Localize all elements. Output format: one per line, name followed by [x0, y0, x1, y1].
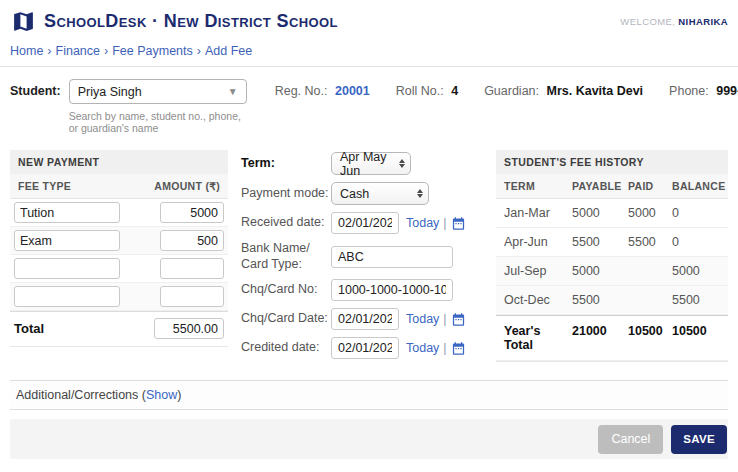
select-stepper-icon: [399, 159, 405, 168]
separator: |: [443, 341, 446, 355]
received-date-label: Received date:: [241, 215, 331, 231]
history-total-balance: 10500: [664, 315, 728, 361]
history-term: Oct-Dec: [496, 286, 564, 315]
history-balance: 0: [664, 199, 728, 228]
guardian-value: Mrs. Kavita Devi: [547, 84, 644, 98]
fee-type-input-2[interactable]: [14, 230, 120, 251]
balance-column-header: BALANCE: [664, 174, 728, 198]
history-term: Jul-Sep: [496, 257, 564, 286]
received-date-input[interactable]: [331, 212, 399, 234]
breadcrumb-separator: ›: [104, 44, 108, 58]
welcome-area: WELCOME, NIHARIKA: [620, 16, 728, 27]
amount-input-1[interactable]: [160, 202, 224, 223]
history-payable: 5500: [564, 286, 620, 315]
reg-no-label: Reg. No.:: [275, 84, 328, 98]
username: NIHARIKA: [678, 16, 728, 27]
bank-name-input[interactable]: [331, 246, 453, 268]
phone-label: Phone:: [669, 84, 709, 98]
student-select-value: Priya Singh: [78, 85, 142, 99]
roll-no-label: Roll No.:: [396, 84, 444, 98]
roll-no-value: 4: [451, 84, 458, 98]
paid-column-header: PAID: [620, 174, 664, 198]
fee-history-column-headers: TERM PAYABLE PAID BALANCE: [496, 174, 728, 199]
student-search-hint: Search by name, student no., phone, or g…: [69, 110, 247, 134]
history-paid: 5000: [620, 199, 664, 228]
amount-input-3[interactable]: [160, 258, 224, 279]
calendar-icon[interactable]: [451, 341, 466, 356]
history-paid: [620, 286, 664, 315]
history-payable: 5000: [564, 257, 620, 286]
page-title: SchoolDesk · New District School: [44, 11, 338, 32]
additional-corrections-label: Additional/Corrections: [16, 388, 138, 402]
history-balance: 5500: [664, 286, 728, 315]
bank-name-label: Bank Name/ Card Type:: [241, 241, 331, 272]
additional-corrections-bar: Additional/Corrections (Show): [10, 380, 728, 410]
bank-name-label-line2: Card Type:: [241, 257, 331, 273]
reg-no-value[interactable]: 20001: [335, 84, 370, 98]
phone-value: 999-999-9999: [716, 84, 738, 98]
breadcrumb-separator: ›: [197, 44, 201, 58]
history-balance: 0: [664, 228, 728, 257]
chq-card-date-today-link[interactable]: Today: [406, 312, 439, 326]
history-balance: 5000: [664, 257, 728, 286]
history-term: Jan-Mar: [496, 199, 564, 228]
fee-history-title: STUDENT'S FEE HISTORY: [496, 150, 728, 174]
fee-type-input-1[interactable]: [14, 202, 120, 223]
schooldesk-logo-map-icon: [10, 9, 37, 34]
save-button[interactable]: SAVE: [671, 425, 727, 454]
chq-card-date-label: Chq/Card Date:: [241, 311, 331, 327]
new-payment-panel: NEW PAYMENT FEE TYPE AMOUNT (₹) Total: [10, 150, 228, 347]
history-total-payable: 21000: [564, 315, 620, 361]
fee-type-input-3[interactable]: [14, 258, 120, 279]
chq-card-no-label: Chq/Card No:: [241, 282, 331, 298]
payment-mode-select[interactable]: Cash: [331, 182, 429, 205]
calendar-icon[interactable]: [451, 312, 466, 327]
breadcrumb-fee-payments[interactable]: Fee Payments: [112, 44, 193, 58]
new-payment-column-headers: FEE TYPE AMOUNT (₹): [10, 174, 228, 199]
fee-type-input-4[interactable]: [14, 286, 120, 307]
amount-column-header: AMOUNT (₹): [154, 180, 220, 192]
fee-history-panel: STUDENT'S FEE HISTORY TERM PAYABLE PAID …: [496, 150, 728, 362]
history-term: Apr-Jun: [496, 228, 564, 257]
credited-date-today-link[interactable]: Today: [406, 341, 439, 355]
chq-card-date-input[interactable]: [331, 308, 399, 330]
payment-mode-label: Payment mode:: [241, 186, 331, 202]
payment-mode-select-value: Cash: [340, 187, 413, 201]
new-payment-title: NEW PAYMENT: [10, 150, 228, 174]
breadcrumb-separator: ›: [47, 44, 51, 58]
total-row: Total: [10, 311, 228, 346]
app-header: SchoolDesk · New District School WELCOME…: [0, 0, 738, 38]
student-bar: Student: Priya Singh ▼ Search by name, s…: [0, 67, 738, 136]
total-amount-input[interactable]: [154, 318, 224, 339]
history-paid: [620, 257, 664, 286]
separator: |: [443, 312, 446, 326]
cancel-button[interactable]: Cancel: [598, 425, 663, 454]
credited-date-input[interactable]: [331, 337, 399, 359]
fee-row-3: [10, 255, 228, 283]
fee-type-column-header: FEE TYPE: [18, 180, 71, 192]
amount-input-4[interactable]: [160, 286, 224, 307]
amount-input-2[interactable]: [160, 230, 224, 251]
received-date-today-link[interactable]: Today: [406, 216, 439, 230]
history-payable: 5500: [564, 228, 620, 257]
student-info: Reg. No.: 20001 Roll No.: 4 Guardian: Mr…: [275, 84, 738, 98]
term-column-header: TERM: [496, 174, 564, 198]
term-select[interactable]: Apr May Jun: [331, 152, 411, 175]
history-total-label: Year's Total: [496, 315, 564, 361]
breadcrumb-finance[interactable]: Finance: [56, 44, 100, 58]
fee-row-2: [10, 227, 228, 255]
show-link[interactable]: Show: [146, 388, 177, 402]
student-select[interactable]: Priya Singh ▼: [69, 79, 247, 104]
term-label: Term:: [241, 156, 331, 172]
action-footer: Cancel SAVE: [10, 419, 728, 459]
breadcrumb-add-fee[interactable]: Add Fee: [205, 44, 252, 58]
chq-card-no-input[interactable]: [331, 279, 453, 301]
breadcrumb-home[interactable]: Home: [10, 44, 43, 58]
payable-column-header: PAYABLE: [564, 174, 620, 198]
history-paid: 5500: [620, 228, 664, 257]
student-label: Student:: [10, 84, 61, 98]
select-stepper-icon: [417, 189, 423, 198]
calendar-icon[interactable]: [451, 216, 466, 231]
history-total-paid: 10500: [620, 315, 664, 361]
credited-date-label: Credited date:: [241, 340, 331, 356]
